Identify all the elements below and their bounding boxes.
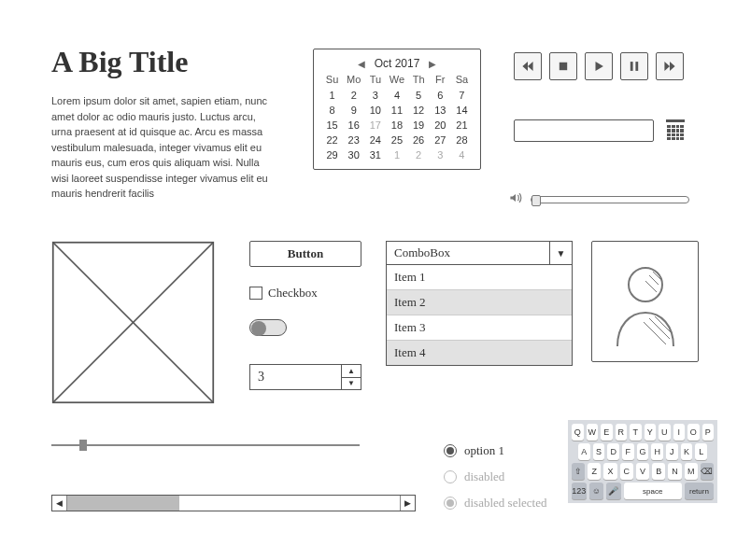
key[interactable]: H — [651, 443, 663, 460]
calendar-day[interactable]: 22 — [321, 133, 343, 147]
key[interactable]: A — [578, 443, 590, 460]
key[interactable]: C — [620, 463, 633, 480]
calendar-day[interactable]: 18 — [386, 119, 407, 132]
spinner-value[interactable]: 3 — [249, 364, 341, 390]
key[interactable]: Q — [572, 424, 584, 441]
calendar-day[interactable]: 17 — [364, 119, 386, 132]
onscreen-keyboard[interactable]: QWERTYUIOP ASDFGHJKL ⇧ZXCVBNM⌫ 123☺🎤spac… — [568, 420, 717, 503]
key[interactable]: R — [616, 424, 628, 441]
combobox-item[interactable]: Item 3 — [387, 315, 572, 340]
rewind-button[interactable] — [514, 52, 542, 80]
calendar-day[interactable]: 28 — [451, 133, 473, 147]
checkbox[interactable]: Checkbox — [249, 286, 318, 301]
mic-key[interactable]: 🎤 — [606, 483, 621, 499]
key[interactable]: X — [603, 463, 616, 480]
scrollbar-handle[interactable] — [67, 496, 179, 511]
calendar[interactable]: ◀ Oct 2017 ▶ SuMoTuWeThFrSa1234567891011… — [313, 49, 481, 170]
slider[interactable] — [51, 444, 360, 446]
calendar-day[interactable]: 3 — [430, 148, 451, 161]
key[interactable]: N — [668, 463, 681, 480]
volume-thumb[interactable] — [531, 195, 541, 206]
radio-icon[interactable] — [444, 444, 457, 457]
number-key[interactable]: 123 — [572, 483, 587, 499]
key[interactable]: J — [666, 443, 678, 460]
calendar-day[interactable]: 6 — [430, 89, 451, 102]
calendar-day[interactable]: 23 — [343, 133, 364, 147]
key[interactable]: Z — [588, 463, 601, 480]
calendar-day[interactable]: 9 — [343, 104, 364, 117]
key[interactable]: M — [685, 463, 698, 480]
calendar-day[interactable]: 2 — [343, 89, 364, 102]
calendar-day[interactable]: 5 — [408, 89, 430, 102]
scrollbar[interactable]: ◀ ▶ — [51, 495, 416, 511]
key[interactable]: K — [681, 443, 693, 460]
scrollbar-left-icon[interactable]: ◀ — [52, 496, 67, 511]
scrollbar-right-icon[interactable]: ▶ — [400, 496, 415, 511]
scrollbar-track[interactable] — [67, 496, 400, 511]
button[interactable]: Button — [249, 241, 361, 267]
calendar-day[interactable]: 31 — [364, 148, 386, 161]
stop-button[interactable] — [549, 52, 577, 80]
calendar-day[interactable]: 4 — [386, 89, 407, 102]
key[interactable]: I — [673, 424, 686, 441]
combobox[interactable]: ComboBox ▼ Item 1Item 2Item 3Item 4 — [386, 241, 573, 366]
calendar-day[interactable]: 19 — [408, 119, 430, 132]
key[interactable]: U — [659, 424, 671, 441]
combobox-item[interactable]: Item 2 — [387, 289, 572, 315]
calendar-day[interactable]: 26 — [408, 133, 430, 147]
calendar-day[interactable]: 25 — [386, 133, 407, 147]
combobox-item[interactable]: Item 1 — [387, 265, 572, 289]
calendar-day[interactable]: 30 — [343, 148, 364, 161]
calendar-day[interactable]: 11 — [386, 104, 407, 117]
number-spinner[interactable]: 3 ▲ ▼ — [249, 364, 361, 390]
backspace-key[interactable]: ⌫ — [701, 463, 714, 480]
calendar-icon[interactable] — [665, 119, 686, 140]
calendar-day[interactable]: 4 — [451, 148, 473, 161]
toggle-knob[interactable] — [251, 321, 266, 336]
key[interactable]: B — [652, 463, 665, 480]
spinner-down-icon[interactable]: ▼ — [342, 378, 361, 390]
forward-button[interactable] — [656, 52, 684, 80]
calendar-day[interactable]: 10 — [364, 104, 386, 117]
return-key[interactable]: return — [685, 483, 714, 499]
volume-track[interactable] — [531, 196, 689, 203]
calendar-day[interactable]: 12 — [408, 104, 430, 117]
calendar-day[interactable]: 13 — [430, 104, 451, 117]
key[interactable]: T — [630, 424, 642, 441]
calendar-day[interactable]: 1 — [386, 148, 407, 161]
key[interactable]: D — [607, 443, 619, 460]
calendar-day[interactable]: 20 — [430, 119, 451, 132]
calendar-day[interactable]: 27 — [430, 133, 451, 147]
checkbox-box[interactable] — [249, 287, 262, 300]
calendar-day[interactable]: 21 — [451, 119, 473, 132]
chevron-down-icon[interactable]: ▼ — [549, 242, 572, 264]
key[interactable]: W — [587, 424, 599, 441]
key[interactable]: P — [702, 424, 715, 441]
calendar-day[interactable]: 15 — [321, 119, 343, 132]
calendar-day[interactable]: 2 — [408, 148, 430, 161]
combobox-item[interactable]: Item 4 — [387, 340, 572, 365]
key[interactable]: E — [601, 424, 613, 441]
pause-button[interactable] — [620, 52, 648, 80]
play-button[interactable] — [585, 52, 613, 80]
toggle-switch[interactable] — [249, 319, 287, 336]
space-key[interactable]: space — [624, 483, 682, 499]
calendar-day[interactable]: 8 — [321, 104, 343, 117]
calendar-next-icon[interactable]: ▶ — [429, 59, 436, 69]
calendar-prev-icon[interactable]: ◀ — [358, 59, 365, 69]
volume-slider[interactable] — [508, 190, 689, 209]
calendar-day[interactable]: 14 — [451, 104, 473, 117]
key[interactable]: G — [637, 443, 649, 460]
date-input[interactable] — [514, 119, 654, 142]
calendar-day[interactable]: 16 — [343, 119, 364, 132]
key[interactable]: Y — [645, 424, 657, 441]
spinner-up-icon[interactable]: ▲ — [342, 365, 361, 378]
radio-option-1[interactable]: option 1 — [444, 443, 546, 458]
key[interactable]: L — [695, 443, 707, 460]
combobox-label[interactable]: ComboBox — [387, 242, 549, 264]
key[interactable]: O — [687, 424, 700, 441]
calendar-day[interactable]: 3 — [364, 89, 386, 102]
key[interactable]: S — [593, 443, 605, 460]
key[interactable]: V — [636, 463, 649, 480]
calendar-day[interactable]: 29 — [321, 148, 343, 161]
